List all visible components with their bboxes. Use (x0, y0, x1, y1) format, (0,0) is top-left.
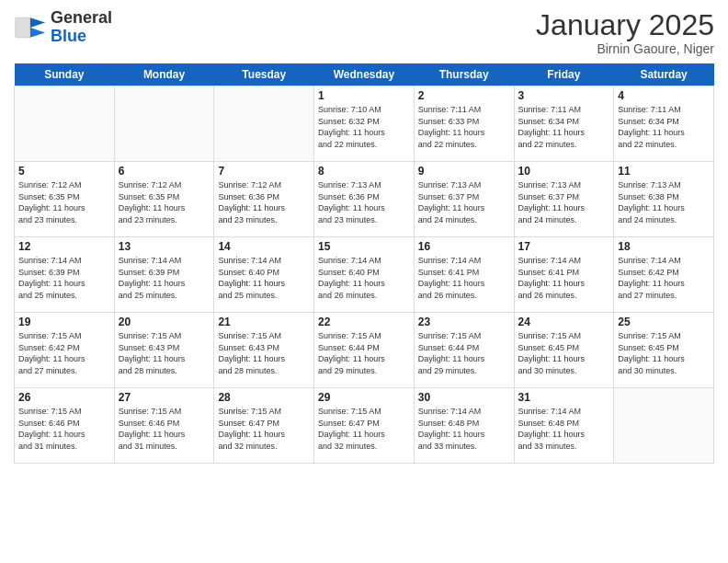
cell-info: Sunrise: 7:15 AMSunset: 6:45 PMDaylight:… (518, 330, 610, 376)
cell-info: Sunrise: 7:15 AMSunset: 6:47 PMDaylight:… (218, 406, 310, 452)
cell-info: Sunrise: 7:11 AMSunset: 6:34 PMDaylight:… (518, 104, 610, 150)
day-number: 31 (518, 391, 610, 404)
cell-info: Sunrise: 7:15 AMSunset: 6:45 PMDaylight:… (618, 330, 710, 376)
day-number: 19 (18, 316, 110, 328)
day-number: 24 (518, 316, 610, 328)
day-number: 11 (618, 165, 710, 178)
day-number: 1 (318, 89, 410, 102)
cell-info: Sunrise: 7:14 AMSunset: 6:39 PMDaylight:… (18, 255, 110, 301)
day-cell: 26Sunrise: 7:15 AMSunset: 6:46 PMDayligh… (15, 388, 115, 464)
day-header-sunday: Sunday (15, 63, 115, 86)
day-cell (114, 86, 214, 162)
cell-info: Sunrise: 7:13 AMSunset: 6:37 PMDaylight:… (418, 179, 510, 225)
day-cell: 6Sunrise: 7:12 AMSunset: 6:35 PMDaylight… (114, 162, 214, 237)
day-cell: 27Sunrise: 7:15 AMSunset: 6:46 PMDayligh… (114, 388, 214, 464)
month-title: January 2025 (536, 9, 714, 41)
day-header-tuesday: Tuesday (214, 63, 314, 86)
cell-info: Sunrise: 7:14 AMSunset: 6:48 PMDaylight:… (418, 406, 510, 452)
day-cell: 17Sunrise: 7:14 AMSunset: 6:41 PMDayligh… (514, 237, 614, 313)
day-cell: 18Sunrise: 7:14 AMSunset: 6:42 PMDayligh… (614, 237, 714, 313)
day-cell: 8Sunrise: 7:13 AMSunset: 6:36 PMDaylight… (314, 162, 415, 237)
week-row-4: 19Sunrise: 7:15 AMSunset: 6:42 PMDayligh… (15, 313, 714, 388)
day-cell: 11Sunrise: 7:13 AMSunset: 6:38 PMDayligh… (614, 162, 714, 237)
page: General Blue January 2025 Birnin Gaoure,… (0, 0, 728, 563)
title-block: January 2025 Birnin Gaoure, Niger (536, 9, 714, 56)
cell-info: Sunrise: 7:14 AMSunset: 6:48 PMDaylight:… (518, 406, 610, 452)
day-cell (15, 86, 115, 162)
day-cell: 24Sunrise: 7:15 AMSunset: 6:45 PMDayligh… (514, 313, 614, 388)
day-cell (214, 86, 314, 162)
day-cell: 30Sunrise: 7:14 AMSunset: 6:48 PMDayligh… (414, 388, 514, 464)
day-number: 18 (618, 240, 710, 253)
day-cell: 1Sunrise: 7:10 AMSunset: 6:32 PMDaylight… (314, 86, 415, 162)
week-row-1: 1Sunrise: 7:10 AMSunset: 6:32 PMDaylight… (15, 86, 714, 162)
day-cell: 13Sunrise: 7:14 AMSunset: 6:39 PMDayligh… (114, 237, 214, 313)
day-number: 22 (318, 316, 410, 328)
cell-info: Sunrise: 7:15 AMSunset: 6:44 PMDaylight:… (318, 330, 410, 376)
day-number: 13 (119, 240, 210, 253)
cell-info: Sunrise: 7:15 AMSunset: 6:46 PMDaylight:… (119, 406, 210, 452)
day-cell: 12Sunrise: 7:14 AMSunset: 6:39 PMDayligh… (15, 237, 115, 313)
cell-info: Sunrise: 7:14 AMSunset: 6:42 PMDaylight:… (618, 255, 710, 301)
cell-info: Sunrise: 7:12 AMSunset: 6:36 PMDaylight:… (218, 179, 310, 225)
day-cell: 4Sunrise: 7:11 AMSunset: 6:34 PMDaylight… (614, 86, 714, 162)
cell-info: Sunrise: 7:14 AMSunset: 6:41 PMDaylight:… (418, 255, 510, 301)
cell-info: Sunrise: 7:15 AMSunset: 6:47 PMDaylight:… (318, 406, 410, 452)
day-cell: 28Sunrise: 7:15 AMSunset: 6:47 PMDayligh… (214, 388, 314, 464)
day-cell: 20Sunrise: 7:15 AMSunset: 6:43 PMDayligh… (114, 313, 214, 388)
day-number: 29 (318, 391, 410, 404)
cell-info: Sunrise: 7:14 AMSunset: 6:40 PMDaylight:… (218, 255, 310, 301)
day-cell: 5Sunrise: 7:12 AMSunset: 6:35 PMDaylight… (15, 162, 115, 237)
day-cell: 19Sunrise: 7:15 AMSunset: 6:42 PMDayligh… (15, 313, 115, 388)
cell-info: Sunrise: 7:11 AMSunset: 6:33 PMDaylight:… (418, 104, 510, 150)
logo-blue: Blue (51, 28, 112, 46)
days-header-row: SundayMondayTuesdayWednesdayThursdayFrid… (15, 63, 714, 86)
day-number: 26 (18, 391, 110, 404)
week-row-5: 26Sunrise: 7:15 AMSunset: 6:46 PMDayligh… (15, 388, 714, 464)
cell-info: Sunrise: 7:13 AMSunset: 6:37 PMDaylight:… (518, 179, 610, 225)
cell-info: Sunrise: 7:12 AMSunset: 6:35 PMDaylight:… (18, 179, 110, 225)
cell-info: Sunrise: 7:15 AMSunset: 6:46 PMDaylight:… (18, 406, 110, 452)
logo-text: General Blue (51, 9, 112, 46)
week-row-2: 5Sunrise: 7:12 AMSunset: 6:35 PMDaylight… (15, 162, 714, 237)
week-row-3: 12Sunrise: 7:14 AMSunset: 6:39 PMDayligh… (15, 237, 714, 313)
logo-general: General (51, 9, 112, 28)
day-number: 28 (218, 391, 310, 404)
day-number: 27 (119, 391, 210, 404)
day-number: 10 (518, 165, 610, 178)
day-cell (614, 388, 714, 464)
day-number: 12 (18, 240, 110, 253)
day-cell: 25Sunrise: 7:15 AMSunset: 6:45 PMDayligh… (614, 313, 714, 388)
logo-icon (14, 11, 47, 44)
cell-info: Sunrise: 7:12 AMSunset: 6:35 PMDaylight:… (119, 179, 210, 225)
cell-info: Sunrise: 7:15 AMSunset: 6:42 PMDaylight:… (18, 330, 110, 376)
cell-info: Sunrise: 7:15 AMSunset: 6:43 PMDaylight:… (119, 330, 210, 376)
day-number: 9 (418, 165, 510, 178)
day-header-wednesday: Wednesday (314, 63, 415, 86)
cell-info: Sunrise: 7:15 AMSunset: 6:44 PMDaylight:… (418, 330, 510, 376)
logo: General Blue (14, 9, 112, 46)
day-number: 20 (119, 316, 210, 328)
calendar-table: SundayMondayTuesdayWednesdayThursdayFrid… (14, 63, 714, 464)
cell-info: Sunrise: 7:14 AMSunset: 6:40 PMDaylight:… (318, 255, 410, 301)
day-number: 6 (119, 165, 210, 178)
day-cell: 3Sunrise: 7:11 AMSunset: 6:34 PMDaylight… (514, 86, 614, 162)
day-cell: 10Sunrise: 7:13 AMSunset: 6:37 PMDayligh… (514, 162, 614, 237)
day-header-saturday: Saturday (614, 63, 714, 86)
day-cell: 23Sunrise: 7:15 AMSunset: 6:44 PMDayligh… (414, 313, 514, 388)
cell-info: Sunrise: 7:14 AMSunset: 6:41 PMDaylight:… (518, 255, 610, 301)
svg-rect-0 (16, 17, 30, 38)
day-cell: 15Sunrise: 7:14 AMSunset: 6:40 PMDayligh… (314, 237, 415, 313)
day-number: 5 (18, 165, 110, 178)
day-number: 23 (418, 316, 510, 328)
day-number: 14 (218, 240, 310, 253)
day-cell: 2Sunrise: 7:11 AMSunset: 6:33 PMDaylight… (414, 86, 514, 162)
cell-info: Sunrise: 7:10 AMSunset: 6:32 PMDaylight:… (318, 104, 410, 150)
day-header-thursday: Thursday (414, 63, 514, 86)
day-cell: 21Sunrise: 7:15 AMSunset: 6:43 PMDayligh… (214, 313, 314, 388)
cell-info: Sunrise: 7:11 AMSunset: 6:34 PMDaylight:… (618, 104, 710, 150)
day-number: 17 (518, 240, 610, 253)
day-number: 4 (618, 89, 710, 102)
day-cell: 22Sunrise: 7:15 AMSunset: 6:44 PMDayligh… (314, 313, 415, 388)
day-number: 16 (418, 240, 510, 253)
